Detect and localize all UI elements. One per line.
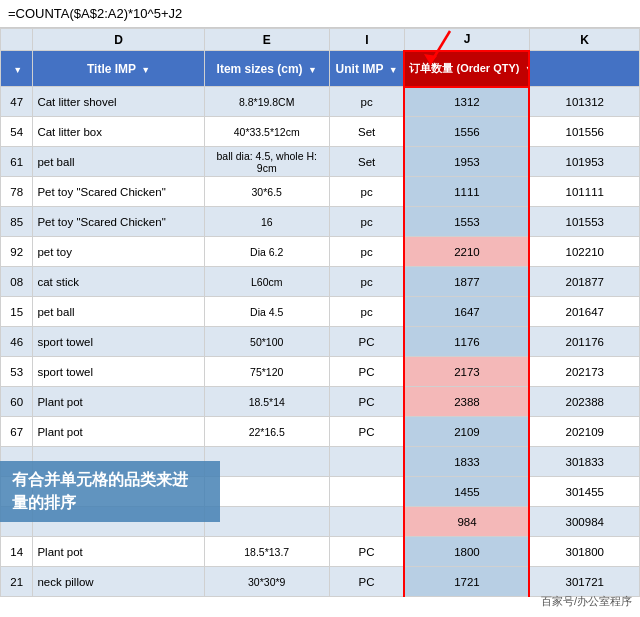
cell-k: 101553: [529, 207, 639, 237]
cell-title: Plant pot: [33, 537, 204, 567]
table-row: 61pet ballball dia: 4.5, whole H: 9cmSet…: [1, 147, 640, 177]
cell-unit: PC: [329, 357, 404, 387]
col-letter-k: K: [529, 29, 639, 51]
header-title-imp[interactable]: Title IMP ▼: [33, 51, 204, 87]
header-item-sizes[interactable]: Item sizes (cm) ▼: [204, 51, 329, 87]
cell-co: 92: [1, 237, 33, 267]
cell-co: 46: [1, 327, 33, 357]
cell-title: Plant pot: [33, 387, 204, 417]
cell-k: 300984: [529, 507, 639, 537]
cell-size: L60cm: [204, 267, 329, 297]
cell-co: 53: [1, 357, 33, 387]
cell-unit: [329, 477, 404, 507]
cell-title: Cat litter shovel: [33, 87, 204, 117]
cell-size: 8.8*19.8CM: [204, 87, 329, 117]
cell-size: 18.5*14: [204, 387, 329, 417]
cell-k: 201176: [529, 327, 639, 357]
cell-size: [204, 477, 329, 507]
table-row: 67Plant pot22*16.5PC2109202109: [1, 417, 640, 447]
header-co[interactable]: ▼: [1, 51, 33, 87]
cell-title: Plant pot: [33, 417, 204, 447]
cell-co: 14: [1, 537, 33, 567]
cell-co: 54: [1, 117, 33, 147]
col-letter-j: J: [404, 29, 529, 51]
watermark: 百家号/办公室程序: [541, 594, 632, 609]
cell-order-qty: 2210: [404, 237, 529, 267]
cell-k: 202388: [529, 387, 639, 417]
cell-unit: pc: [329, 207, 404, 237]
cell-order-qty: 1877: [404, 267, 529, 297]
cell-co: 15: [1, 297, 33, 327]
cell-title: cat stick: [33, 267, 204, 297]
cell-order-qty: 984: [404, 507, 529, 537]
filter-icon-d[interactable]: ▼: [141, 65, 150, 75]
cell-k: 301833: [529, 447, 639, 477]
cell-size: Dia 4.5: [204, 297, 329, 327]
cell-co: 67: [1, 417, 33, 447]
cell-unit: pc: [329, 267, 404, 297]
cell-size: [204, 447, 329, 477]
filter-icon-i[interactable]: ▼: [389, 65, 398, 75]
table-row: 15pet ballDia 4.5pc1647201647: [1, 297, 640, 327]
table-row: 21neck pillow30*30*9PC1721301721: [1, 567, 640, 597]
cell-size: 40*33.5*12cm: [204, 117, 329, 147]
cell-title: Pet toy "Scared Chicken": [33, 177, 204, 207]
col-letter-e: E: [204, 29, 329, 51]
cell-k: 102210: [529, 237, 639, 267]
overlay-line1: 有合并单元格的品类来进: [12, 471, 188, 488]
cell-order-qty: 1312: [404, 87, 529, 117]
cell-k: 301455: [529, 477, 639, 507]
cell-size: 16: [204, 207, 329, 237]
cell-unit: PC: [329, 567, 404, 597]
cell-size: 18.5*13.7: [204, 537, 329, 567]
cell-order-qty: 1176: [404, 327, 529, 357]
cell-size: [204, 507, 329, 537]
cell-order-qty: 2388: [404, 387, 529, 417]
cell-co: 78: [1, 177, 33, 207]
cell-order-qty: 1800: [404, 537, 529, 567]
cell-co: 08: [1, 267, 33, 297]
cell-co: 47: [1, 87, 33, 117]
table-row: 78Pet toy "Scared Chicken"30*6.5pc111110…: [1, 177, 640, 207]
cell-size: 75*120: [204, 357, 329, 387]
table-row: 53sport towel75*120PC2173202173: [1, 357, 640, 387]
col-letter-d: D: [33, 29, 204, 51]
cell-k: 201877: [529, 267, 639, 297]
cell-title: Cat litter box: [33, 117, 204, 147]
cell-k: 202109: [529, 417, 639, 447]
cell-order-qty: 2173: [404, 357, 529, 387]
cell-co: 85: [1, 207, 33, 237]
formula-bar: =COUNTA($A$2:A2)*10^5+J2: [0, 0, 640, 28]
cell-order-qty: 1721: [404, 567, 529, 597]
header-unit-imp[interactable]: Unit IMP ▼: [329, 51, 404, 87]
table-row: 46sport towel50*100PC1176201176: [1, 327, 640, 357]
cell-k: 202173: [529, 357, 639, 387]
table-row: 14Plant pot18.5*13.7PC1800301800: [1, 537, 640, 567]
cell-k: 101111: [529, 177, 639, 207]
cell-unit: Set: [329, 147, 404, 177]
cell-title: sport towel: [33, 327, 204, 357]
cell-co: 21: [1, 567, 33, 597]
cell-title: neck pillow: [33, 567, 204, 597]
cell-title: pet toy: [33, 237, 204, 267]
cell-k: 101312: [529, 87, 639, 117]
cell-order-qty: 1953: [404, 147, 529, 177]
filter-icon-e[interactable]: ▼: [308, 65, 317, 75]
col-letter-i: I: [329, 29, 404, 51]
table-row: 47Cat litter shovel8.8*19.8CMpc131210131…: [1, 87, 640, 117]
cell-unit: PC: [329, 327, 404, 357]
header-row: ▼ Title IMP ▼ Item sizes (cm) ▼ Unit IMP…: [1, 51, 640, 87]
cell-size: 50*100: [204, 327, 329, 357]
overlay-line2: 量的排序: [12, 494, 76, 511]
cell-size: Dia 6.2: [204, 237, 329, 267]
cell-order-qty: 1647: [404, 297, 529, 327]
cell-unit: [329, 447, 404, 477]
cell-size: 22*16.5: [204, 417, 329, 447]
cell-size: ball dia: 4.5, whole H: 9cm: [204, 147, 329, 177]
header-order-qty[interactable]: 订单数量 (Order QTY) ▼: [404, 51, 529, 87]
cell-unit: pc: [329, 297, 404, 327]
cell-order-qty: 1455: [404, 477, 529, 507]
cell-order-qty: 1553: [404, 207, 529, 237]
cell-unit: pc: [329, 87, 404, 117]
filter-icon-co[interactable]: ▼: [13, 65, 22, 75]
